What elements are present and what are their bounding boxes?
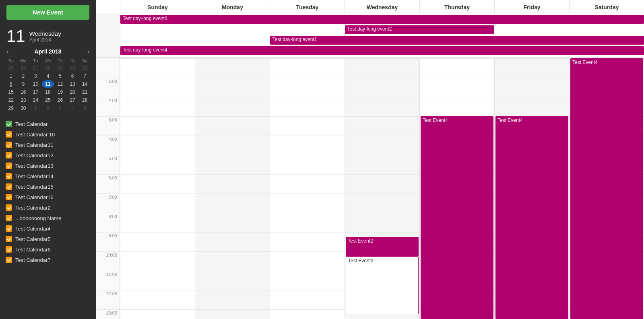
mini-cal-day[interactable]: 14	[78, 80, 91, 88]
hour-cell[interactable]	[270, 155, 345, 174]
hour-cell[interactable]	[270, 213, 345, 232]
prev-month-button[interactable]: ‹	[5, 48, 10, 55]
mini-cal-day[interactable]: 2	[17, 72, 30, 80]
calendar-list-item[interactable]: Test Calendar4	[0, 223, 96, 234]
calendar-list-item[interactable]: Test Calendar13	[0, 161, 96, 171]
mini-cal-day[interactable]: 18	[42, 88, 54, 96]
timed-event[interactable]: Test Event4	[570, 58, 643, 319]
hour-cell[interactable]	[270, 309, 345, 319]
mini-cal-day[interactable]: 17	[29, 88, 42, 96]
hour-cell[interactable]	[120, 136, 195, 155]
hour-cell[interactable]	[120, 232, 195, 251]
hour-cell[interactable]	[195, 232, 270, 251]
hour-cell[interactable]	[195, 251, 270, 271]
calendar-list-item[interactable]: Test Calendar7	[0, 255, 96, 265]
mini-cal-day[interactable]: 20	[66, 88, 79, 96]
hour-cell[interactable]	[120, 58, 195, 78]
calendar-list-item[interactable]: Test Calendar12	[0, 150, 96, 161]
hour-cell[interactable]	[120, 309, 195, 319]
hour-cell[interactable]	[270, 251, 345, 271]
calendar-list-item[interactable]: Test Calendar14	[0, 171, 96, 181]
hour-cell[interactable]	[345, 58, 419, 78]
calendar-list-item[interactable]: ...ooooooong Name	[0, 213, 96, 223]
mini-cal-day[interactable]: 2	[42, 104, 54, 112]
mini-cal-day[interactable]: 28	[78, 96, 91, 104]
hour-cell[interactable]	[495, 58, 569, 78]
hour-cell[interactable]	[495, 78, 569, 97]
mini-cal-day[interactable]: 15	[5, 88, 17, 96]
hour-cell[interactable]	[195, 309, 270, 319]
allday-event[interactable]: Test day-long event1	[270, 36, 644, 45]
mini-cal-day[interactable]: 7	[78, 72, 91, 80]
mini-cal-day[interactable]: 28	[42, 64, 54, 72]
allday-event[interactable]: Test day-long event2	[345, 25, 495, 34]
calendar-list-item[interactable]: Test Calendar11	[0, 140, 96, 150]
calendar-list-item[interactable]: Test Calendar2	[0, 202, 96, 213]
hour-cell[interactable]	[195, 271, 270, 290]
calendar-list-item[interactable]: Test Calendar16	[0, 192, 96, 202]
hour-cell[interactable]	[345, 97, 419, 116]
hour-cell[interactable]	[270, 78, 345, 97]
hour-cell[interactable]	[420, 78, 494, 97]
mini-cal-day[interactable]: 26	[17, 64, 30, 72]
mini-cal-day[interactable]: 25	[42, 96, 54, 104]
mini-cal-day[interactable]: 23	[17, 96, 30, 104]
hour-cell[interactable]	[270, 58, 345, 78]
new-event-button[interactable]: New Event	[6, 5, 89, 20]
hour-cell[interactable]	[120, 97, 195, 116]
mini-cal-day[interactable]: 16	[17, 88, 30, 96]
mini-cal-day[interactable]: 1	[29, 104, 42, 112]
hour-cell[interactable]	[345, 136, 419, 155]
next-month-button[interactable]: ›	[86, 48, 91, 55]
hour-cell[interactable]	[345, 78, 419, 97]
hour-cell[interactable]	[195, 290, 270, 309]
mini-cal-day[interactable]: 9	[17, 80, 30, 88]
hour-cell[interactable]	[270, 174, 345, 193]
hour-cell[interactable]	[195, 116, 270, 136]
hour-cell[interactable]	[270, 232, 345, 251]
mini-cal-day[interactable]: 22	[5, 96, 17, 104]
hour-cell[interactable]	[345, 174, 419, 193]
mini-cal-day[interactable]: 4	[42, 72, 54, 80]
calendar-list-item[interactable]: Test Calendar	[0, 119, 96, 129]
timed-area[interactable]: 1:002:003:004:005:006:007:008:009:0010:0…	[96, 58, 644, 319]
allday-event[interactable]: Test day-long event3	[120, 15, 644, 24]
hour-cell[interactable]	[495, 97, 569, 116]
mini-cal-day[interactable]: 30	[66, 64, 79, 72]
hour-cell[interactable]	[345, 193, 419, 213]
mini-cal-day[interactable]: 1	[5, 72, 17, 80]
hour-cell[interactable]	[345, 155, 419, 174]
hour-cell[interactable]	[120, 155, 195, 174]
hour-cell[interactable]	[195, 213, 270, 232]
mini-cal-day[interactable]: 30	[17, 104, 30, 112]
mini-cal-day[interactable]: 25	[5, 64, 17, 72]
mini-cal-day[interactable]: 8	[5, 80, 17, 88]
hour-cell[interactable]	[195, 97, 270, 116]
allday-event[interactable]: Test day-long event4	[120, 46, 644, 55]
hour-cell[interactable]	[270, 193, 345, 213]
mini-cal-day[interactable]: 29	[5, 104, 17, 112]
hour-cell[interactable]	[120, 78, 195, 97]
timed-event[interactable]: Test Event2	[346, 237, 419, 256]
hour-cell[interactable]	[120, 271, 195, 290]
calendar-list-item[interactable]: Test Calendar5	[0, 234, 96, 244]
mini-cal-day[interactable]: 11	[42, 80, 54, 88]
timed-event[interactable]: Test Event4	[421, 116, 493, 319]
hour-cell[interactable]	[120, 213, 195, 232]
mini-cal-day[interactable]: 31	[78, 64, 91, 72]
hour-cell[interactable]	[195, 193, 270, 213]
hour-cell[interactable]	[120, 290, 195, 309]
hour-cell[interactable]	[195, 155, 270, 174]
timed-event[interactable]: Test Event4	[495, 116, 568, 319]
mini-cal-day[interactable]: 13	[66, 80, 79, 88]
mini-cal-day[interactable]: 3	[54, 104, 66, 112]
calendar-list-item[interactable]: Test Calendar6	[0, 244, 96, 255]
hour-cell[interactable]	[120, 174, 195, 193]
hour-cell[interactable]	[195, 174, 270, 193]
timed-event[interactable]: Test Event3	[346, 256, 419, 314]
mini-cal-day[interactable]: 21	[78, 88, 91, 96]
hour-cell[interactable]	[120, 116, 195, 136]
mini-cal-day[interactable]: 12	[54, 80, 66, 88]
mini-cal-day[interactable]: 5	[78, 104, 91, 112]
hour-cell[interactable]	[420, 58, 494, 78]
